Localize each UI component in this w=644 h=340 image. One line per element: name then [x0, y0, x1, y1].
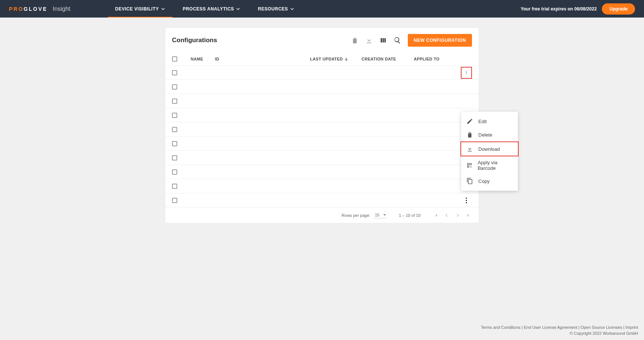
- table-row[interactable]: [165, 94, 479, 108]
- column-id[interactable]: ID: [215, 57, 310, 61]
- menu-label: Delete: [478, 132, 493, 138]
- edit-icon: [466, 118, 473, 125]
- delete-icon[interactable]: [351, 37, 359, 44]
- column-applied-to[interactable]: APPLIED TO: [414, 57, 472, 61]
- page-nav: [432, 212, 472, 218]
- last-page-icon[interactable]: [466, 212, 472, 218]
- table-row[interactable]: [165, 179, 479, 193]
- nav-device-visibility[interactable]: DEVICE VISIBILITY: [115, 0, 165, 18]
- row-context-menu: Edit Delete Download Apply via Barcode C…: [461, 112, 518, 191]
- first-page-icon[interactable]: [432, 212, 438, 218]
- table-row[interactable]: [165, 151, 479, 165]
- table-row[interactable]: [165, 80, 479, 94]
- rows-per-page: Rows per page: 15: [342, 212, 387, 218]
- table-row[interactable]: [165, 193, 479, 208]
- table-header-row: NAME ID LAST UPDATED CREATION DATE APPLI…: [165, 53, 479, 66]
- row-checkbox[interactable]: [172, 127, 177, 132]
- column-creation-date[interactable]: CREATION DATE: [362, 57, 414, 61]
- row-checkbox[interactable]: [172, 169, 177, 175]
- page-title: Configurations: [172, 37, 217, 44]
- download-icon: [466, 146, 473, 152]
- chevron-down-icon: [161, 7, 165, 11]
- select-all-checkbox[interactable]: [172, 56, 177, 62]
- svg-point-12: [466, 197, 467, 199]
- table-row[interactable]: [165, 66, 479, 80]
- upgrade-button[interactable]: Upgrade: [602, 3, 635, 15]
- row-checkbox[interactable]: [172, 184, 177, 189]
- logo[interactable]: PROGLOVE Insight: [9, 6, 71, 12]
- menu-label: Edit: [478, 119, 487, 124]
- nav-label: PROCESS ANALYTICS: [183, 6, 234, 12]
- main-nav: DEVICE VISIBILITY PROCESS ANALYTICS RESO…: [115, 0, 294, 18]
- menu-label: Apply via Barcode: [478, 160, 513, 171]
- row-checkbox[interactable]: [172, 155, 177, 160]
- copy-icon: [466, 178, 473, 184]
- logo-product: Insight: [53, 6, 70, 12]
- menu-edit[interactable]: Edit: [461, 115, 518, 128]
- menu-label: Download: [478, 146, 500, 152]
- pagination-bar: Rows per page: 15 1 – 10 of 10: [165, 208, 479, 223]
- logo-pro: PRO: [9, 6, 24, 12]
- more-vert-icon[interactable]: [466, 197, 467, 203]
- table-row[interactable]: [165, 122, 479, 137]
- rows-label: Rows per page:: [342, 213, 371, 218]
- row-checkbox[interactable]: [172, 99, 177, 104]
- menu-apply-barcode[interactable]: Apply via Barcode: [461, 156, 518, 174]
- table-row[interactable]: [165, 108, 479, 122]
- dropdown-arrow-icon: [383, 213, 386, 216]
- page-range: 1 – 10 of 10: [399, 213, 421, 218]
- menu-download[interactable]: Download: [460, 141, 519, 156]
- configurations-card: Configurations NEW CONFIGURATION NAME ID…: [165, 28, 479, 223]
- header-right: Your free trial expires on 06/08/2022 Up…: [520, 3, 635, 15]
- next-page-icon[interactable]: [455, 212, 461, 218]
- table-row[interactable]: [165, 137, 479, 151]
- card-actions: NEW CONFIGURATION: [351, 34, 472, 47]
- row-actions-highlighted: [461, 67, 472, 79]
- row-checkbox[interactable]: [172, 84, 177, 90]
- chevron-down-icon: [236, 7, 240, 11]
- trial-expiry-text: Your free trial expires on 06/08/2022: [520, 6, 597, 12]
- rows-per-page-select[interactable]: 15: [373, 212, 387, 218]
- column-last-updated[interactable]: LAST UPDATED: [310, 57, 362, 61]
- download-icon[interactable]: [365, 37, 373, 44]
- menu-copy[interactable]: Copy: [461, 174, 518, 188]
- nav-process-analytics[interactable]: PROCESS ANALYTICS: [183, 0, 240, 18]
- nav-label: RESOURCES: [258, 6, 288, 12]
- nav-resources[interactable]: RESOURCES: [258, 0, 294, 18]
- sort-down-icon: [344, 57, 348, 61]
- chevron-down-icon: [290, 7, 294, 11]
- svg-point-0: [466, 71, 467, 72]
- svg-point-13: [466, 200, 467, 201]
- qr-icon: [466, 162, 472, 169]
- new-configuration-button[interactable]: NEW CONFIGURATION: [408, 34, 472, 47]
- more-vert-icon[interactable]: [466, 70, 467, 76]
- nav-label: DEVICE VISIBILITY: [115, 6, 159, 12]
- columns-icon[interactable]: [379, 37, 387, 44]
- svg-point-14: [466, 202, 467, 203]
- row-checkbox[interactable]: [172, 141, 177, 146]
- logo-glove: GLOVE: [24, 6, 47, 12]
- menu-delete[interactable]: Delete: [461, 128, 518, 141]
- search-icon[interactable]: [394, 37, 401, 44]
- app-header: PROGLOVE Insight DEVICE VISIBILITY PROCE…: [0, 0, 644, 18]
- prev-page-icon[interactable]: [444, 212, 450, 218]
- card-header: Configurations NEW CONFIGURATION: [165, 28, 479, 53]
- row-checkbox[interactable]: [172, 198, 177, 203]
- column-name[interactable]: NAME: [191, 57, 215, 61]
- svg-point-1: [466, 72, 467, 73]
- row-checkbox[interactable]: [172, 113, 177, 118]
- menu-label: Copy: [478, 178, 490, 184]
- row-checkbox[interactable]: [172, 70, 177, 75]
- table-row[interactable]: [165, 165, 479, 179]
- svg-point-2: [466, 74, 467, 74]
- trash-icon: [466, 131, 473, 138]
